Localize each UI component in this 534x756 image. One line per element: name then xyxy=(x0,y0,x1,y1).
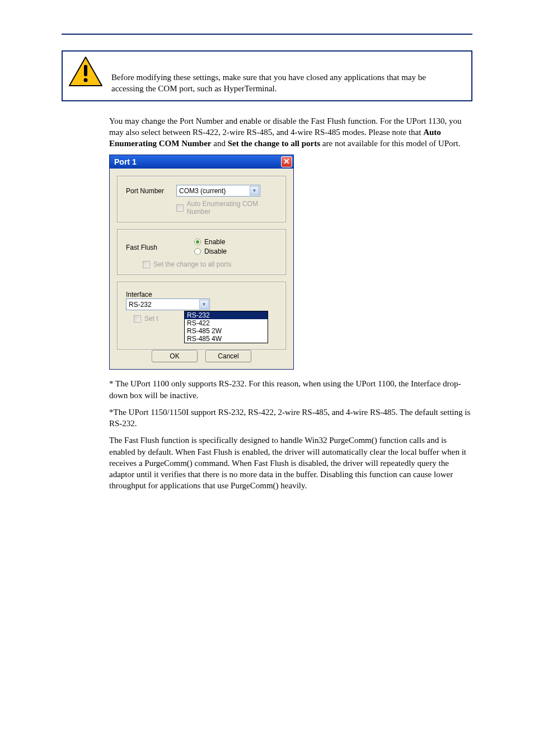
chevron-down-icon: ▼ xyxy=(199,300,209,309)
auto-enum-label: Auto Enumerating COM Number xyxy=(187,200,280,216)
svg-rect-1 xyxy=(84,65,87,76)
attention-text: Before modifying these settings, make su… xyxy=(111,56,466,95)
dialog-buttons: OK Cancel xyxy=(118,350,285,362)
set-truncated-row: Set t xyxy=(134,315,158,323)
cancel-button[interactable]: Cancel xyxy=(205,350,251,362)
option-rs485-4w[interactable]: RS-485 4W xyxy=(185,335,268,343)
close-icon: ✕ xyxy=(283,157,290,166)
option-rs232[interactable]: RS-232 xyxy=(185,311,268,319)
paragraph-3: *The UPort 1150/1150I support RS-232, RS… xyxy=(109,407,472,430)
auto-enum-row: Auto Enumerating COM Number xyxy=(176,200,279,216)
port-settings-dialog: Port 1 ✕ Port Number COM3 (current) ▼ xyxy=(109,155,294,370)
paragraph-4: The Fast Flush function is specifically … xyxy=(109,435,472,491)
chevron-down-icon: ▼ xyxy=(250,186,259,195)
interface-value: RS-232 xyxy=(129,301,152,309)
p1-a: You may change the Port Number and enabl… xyxy=(109,116,462,137)
dialog-titlebar: Port 1 ✕ xyxy=(110,155,293,169)
port-number-group: Port Number COM3 (current) ▼ Auto Enumer… xyxy=(118,176,285,222)
interface-dropdown-list[interactable]: RS-232 RS-422 RS-485 2W RS-485 4W xyxy=(184,311,268,343)
paragraph-1: You may change the Port Number and enabl… xyxy=(109,115,472,150)
set-all-checkbox xyxy=(143,261,150,268)
option-rs485-2w[interactable]: RS-485 2W xyxy=(185,327,268,335)
interface-select[interactable]: RS-232 ▼ xyxy=(126,298,210,310)
port-number-select[interactable]: COM3 (current) ▼ xyxy=(176,185,260,197)
close-button[interactable]: ✕ xyxy=(281,156,292,167)
set-truncated-checkbox xyxy=(134,315,141,323)
enable-radio[interactable] xyxy=(194,239,201,245)
dialog-body: Port Number COM3 (current) ▼ Auto Enumer… xyxy=(110,169,293,369)
disable-label: Disable xyxy=(204,248,227,255)
ok-button[interactable]: OK xyxy=(152,350,198,362)
set-truncated-label: Set t xyxy=(144,315,158,323)
port-number-value: COM3 (current) xyxy=(179,187,226,195)
port-number-label: Port Number xyxy=(126,187,176,195)
set-all-label: Set the change to all ports xyxy=(153,260,231,268)
option-rs422[interactable]: RS-422 xyxy=(185,319,268,327)
p1-d: Set the change to all ports xyxy=(228,139,320,148)
fast-flush-group: Fast Flush Enable Disable xyxy=(118,230,285,274)
interface-group: Interface RS-232 ▼ Set t RS-232 xyxy=(118,282,285,349)
svg-point-2 xyxy=(84,78,88,82)
disable-radio[interactable] xyxy=(194,248,201,255)
dialog-screenshot: Port 1 ✕ Port Number COM3 (current) ▼ xyxy=(109,155,472,370)
interface-label: Interface xyxy=(126,291,152,298)
p1-e: are not available for this model of UPor… xyxy=(320,139,460,148)
fast-flush-label: Fast Flush xyxy=(126,244,194,251)
paragraph-2: * The UPort 1100 only supports RS-232. F… xyxy=(109,378,472,401)
attention-box: Before modifying these settings, make su… xyxy=(62,50,472,101)
auto-enum-checkbox xyxy=(176,204,184,212)
top-rule xyxy=(62,34,472,35)
warning-icon xyxy=(68,56,103,89)
p1-c: and xyxy=(212,139,228,148)
set-all-row: Set the change to all ports xyxy=(143,260,279,268)
dialog-title: Port 1 xyxy=(114,157,137,166)
enable-label: Enable xyxy=(204,238,225,246)
